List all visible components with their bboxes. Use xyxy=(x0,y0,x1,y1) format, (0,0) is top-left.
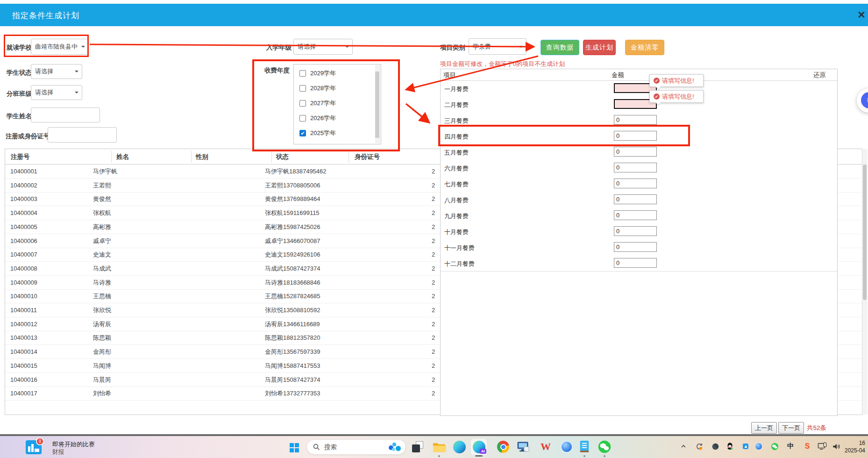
fee-year-scrollbar[interactable] xyxy=(375,65,380,143)
fee-amount-input[interactable] xyxy=(614,242,657,252)
notification-badge: 8 xyxy=(36,437,44,445)
fee-year-option-label: 2028学年 xyxy=(310,84,336,93)
prev-page-button[interactable]: 上一页 xyxy=(751,422,777,434)
fee-row: 十一月餐费 xyxy=(441,240,837,256)
cell-id-card: 2 xyxy=(432,206,435,220)
open-app-indicator xyxy=(438,455,440,457)
active-app-indicator xyxy=(475,455,483,457)
cell-status: 马成武15087427374 xyxy=(265,262,320,276)
table-scrollbar-thumb[interactable] xyxy=(863,165,867,300)
project-type-dropdown[interactable]: 学杂费 xyxy=(469,38,526,55)
wechat-icon[interactable] xyxy=(597,439,612,455)
class-dropdown[interactable]: 请选择 xyxy=(31,85,82,100)
chrome-icon[interactable] xyxy=(495,439,511,455)
qq-icon[interactable] xyxy=(725,441,735,451)
fee-year-option-label: 2026学年 xyxy=(310,114,336,122)
fee-year-option[interactable]: 2027学年 xyxy=(299,98,336,108)
close-icon[interactable]: ✕ xyxy=(855,8,868,21)
fee-item-name: 十二月餐费 xyxy=(444,260,475,268)
notification-title[interactable]: 即将开始的比赛 xyxy=(52,440,95,449)
fee-year-option-label: 2029学年 xyxy=(310,69,336,78)
fee-year-option[interactable]: 2029学年 xyxy=(299,68,336,79)
checkbox-icon[interactable] xyxy=(299,70,306,77)
edge-icon[interactable] xyxy=(451,439,467,455)
student-name-label: 学生姓名 xyxy=(7,112,32,121)
fee-amount-input[interactable] xyxy=(614,258,657,268)
checkbox-checked-icon[interactable]: ✔ xyxy=(299,130,306,136)
cell-id-card: 2 xyxy=(432,276,435,290)
fee-amount-input[interactable] xyxy=(614,210,657,220)
student-status-dropdown[interactable]: 请选择 xyxy=(31,64,82,79)
night-mode-icon[interactable] xyxy=(710,441,720,451)
edge-ai-icon[interactable]: AI xyxy=(471,439,487,455)
student-name-input[interactable] xyxy=(31,107,100,122)
cell-status: 高彬雅15987425026 xyxy=(265,220,320,234)
ime-chinese-icon[interactable]: 中 xyxy=(785,441,796,451)
reg-or-id-label: 注册或身份证号 xyxy=(6,132,50,141)
fee-amount-input[interactable] xyxy=(614,115,657,125)
fee-year-option-label: 2025学年 xyxy=(310,129,336,137)
fee-amount-input[interactable] xyxy=(614,147,657,157)
fee-year-option[interactable]: 2028学年 xyxy=(299,83,336,93)
col-name: 姓名 xyxy=(116,153,129,161)
windows-start-icon[interactable] xyxy=(290,443,299,452)
notes-icon[interactable] xyxy=(576,439,592,455)
wechat-mini-icon[interactable] xyxy=(769,441,780,451)
col-reg-no: 注册号 xyxy=(11,153,30,161)
remote-desktop-icon[interactable] xyxy=(515,439,531,455)
cell-reg-no: 10400011 xyxy=(10,303,37,317)
cell-name: 刘怡希 xyxy=(93,386,111,401)
wps-icon[interactable]: W xyxy=(538,439,554,455)
file-explorer-icon[interactable] xyxy=(431,439,447,455)
open-app-indicator xyxy=(604,455,605,457)
fee-amount-input[interactable] xyxy=(614,163,657,172)
cell-reg-no: 10400002 xyxy=(10,179,37,193)
chevron-up-icon[interactable] xyxy=(678,441,689,451)
fee-item-name: 二月餐费 xyxy=(444,101,469,109)
reg-or-id-input[interactable] xyxy=(48,127,117,143)
sogou-icon[interactable]: S xyxy=(802,441,812,451)
checkbox-icon[interactable] xyxy=(299,85,306,92)
enroll-grade-dropdown[interactable]: 请选择 xyxy=(293,39,353,55)
checkbox-icon[interactable] xyxy=(299,115,306,122)
col-status: 状态 xyxy=(276,153,289,161)
clock-time: 16 xyxy=(829,439,865,447)
fee-year-option-label: 2027学年 xyxy=(310,99,336,107)
cell-name: 黄俊然 xyxy=(93,192,111,206)
query-data-button[interactable]: 查询数据 xyxy=(541,40,579,55)
cell-id-card: 2 xyxy=(432,331,435,345)
generate-plan-button[interactable]: 生成计划 xyxy=(583,40,616,55)
projection-icon[interactable] xyxy=(817,441,827,451)
fee-year-option[interactable]: 2026学年 xyxy=(299,113,336,123)
fee-amount-input[interactable] xyxy=(614,194,657,204)
fee-row: 四月餐费 xyxy=(441,129,837,144)
baidu-pan-icon[interactable] xyxy=(740,441,751,451)
generate-plan-dialog: 指定条件生成计划 ✕ 就读学校 曲靖市陆良县中 学生状态 请选择 分班班级 请选… xyxy=(0,0,868,458)
reset-amount-button[interactable]: 金额清零 xyxy=(625,40,664,55)
taskbar-search[interactable]: 搜索 xyxy=(306,439,406,455)
task-view-icon[interactable] xyxy=(410,439,426,455)
cell-status: 戚卓宁13466070087 xyxy=(265,234,320,248)
quark-mini-icon[interactable] xyxy=(754,441,764,451)
cell-reg-no: 10400015 xyxy=(10,359,37,373)
cell-reg-no: 10400009 xyxy=(10,276,37,290)
fee-col-item: 项目 xyxy=(443,71,456,79)
cell-status: 张权航15911699115 xyxy=(265,206,320,220)
cell-id-card: 2 xyxy=(432,359,435,373)
fee-year-listbox[interactable]: 2029学年2028学年2027学年2026学年✔2025学年 xyxy=(293,64,381,144)
quark-icon[interactable] xyxy=(559,439,575,455)
fee-amount-input[interactable] xyxy=(614,131,657,141)
cell-id-card: 2 xyxy=(432,192,435,206)
next-page-button[interactable]: 下一页 xyxy=(778,422,804,434)
restore-link[interactable]: 还原 xyxy=(813,71,826,79)
fee-row: 一月餐费 xyxy=(441,81,837,97)
fee-amount-input[interactable] xyxy=(614,226,657,236)
fee-notice-text: 项目金额可修改，金额等于0的项目不生成计划 xyxy=(440,60,565,68)
sync-icon[interactable] xyxy=(694,441,704,451)
taskbar-clock[interactable]: 16 2025-04 xyxy=(829,439,865,454)
cell-reg-no: 10400012 xyxy=(10,317,37,331)
fee-year-option[interactable]: ✔2025学年 xyxy=(299,128,336,138)
school-dropdown[interactable]: 曲靖市陆良县中 xyxy=(31,39,89,55)
fee-amount-input[interactable] xyxy=(614,179,657,188)
checkbox-icon[interactable] xyxy=(299,100,306,107)
